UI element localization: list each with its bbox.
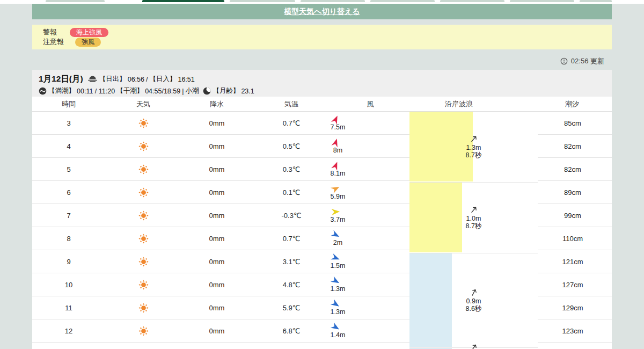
- precip-value: 0mm: [181, 319, 253, 342]
- weather-page: 横型天気へ切り替える 警報 海上強風 注意報 強風 02:56 更新 1月12日…: [0, 0, 644, 349]
- tab-clipped[interactable]: [580, 0, 612, 2]
- wind-speed-value: 3.7m: [331, 216, 346, 223]
- tide-value: 99cm: [538, 204, 608, 227]
- col-header-wind: 風: [367, 99, 374, 109]
- hour-value: 9: [32, 250, 105, 273]
- wind-cell: 5.9m: [301, 181, 370, 203]
- date-title: 1月12日(月): [39, 74, 83, 85]
- tab-clipped-active[interactable]: [142, 0, 224, 2]
- wave-info: [448, 343, 499, 349]
- precip-value: 0mm: [181, 250, 253, 273]
- weather-cell: [131, 204, 155, 227]
- sun-divider: /: [146, 76, 148, 83]
- sunset-icon: [87, 75, 98, 83]
- wave-direction-icon: [469, 134, 478, 143]
- sunny-icon: [138, 302, 149, 314]
- moon-icon: [203, 87, 211, 95]
- advisory-row: 注意報 強風: [43, 37, 612, 47]
- wind-direction-icon: [331, 207, 340, 216]
- tab-clipped[interactable]: [230, 0, 295, 2]
- wave-direction-icon: [468, 287, 479, 297]
- wind-cell: 1.3m: [301, 273, 370, 296]
- weather-cell: [131, 135, 155, 157]
- tab-clipped[interactable]: [46, 0, 105, 2]
- hour-value: 6: [32, 181, 105, 203]
- high-tide-times: 00:11 / 11:20: [77, 88, 115, 95]
- moon-age: 23.1: [241, 88, 254, 95]
- tide-value: 89cm: [538, 181, 608, 203]
- precip-value: 0mm: [181, 112, 253, 134]
- wave-cell: 1.3m8.7秒: [409, 112, 538, 183]
- switch-to-horizontal-link[interactable]: 横型天気へ切り替える: [284, 7, 360, 17]
- wave-period-value: 8.7秒: [466, 222, 482, 229]
- low-tide-times: 04:55/18:59: [145, 88, 180, 95]
- warning-label: 警報: [43, 27, 70, 37]
- tab-clipped[interactable]: [510, 0, 574, 2]
- weather-cell: [131, 112, 155, 134]
- wave-period-value: 8.6秒: [466, 304, 482, 312]
- tide-value: 82cm: [538, 158, 608, 180]
- wave-info: 0.9m8.6秒: [448, 288, 499, 312]
- sunny-icon: [138, 187, 149, 198]
- wave-height-value: 0.9m: [466, 297, 481, 304]
- advisory-badge[interactable]: 強風: [75, 38, 101, 47]
- precip-value: 0mm: [181, 181, 253, 203]
- tab-clipped[interactable]: [301, 0, 365, 2]
- wind-cell: 1.3m: [301, 296, 370, 319]
- wave-height-value: 1.3m: [466, 143, 481, 151]
- weather-cell: [131, 319, 155, 342]
- wave-height-value: 1.0m: [466, 214, 481, 222]
- wave-direction-icon: [469, 205, 478, 214]
- wind-speed-value: 1.4m: [331, 332, 346, 339]
- tab-clipped[interactable]: [440, 0, 504, 2]
- col-header-temp: 気温: [284, 99, 298, 109]
- clock-icon: [560, 57, 568, 65]
- wind-cell: 2m: [301, 227, 370, 250]
- date-header: 1月12日(月) 【日出】 06:56 / 【日入】 16:51 【満潮】 0: [32, 70, 612, 97]
- wind-speed-value: 1.3m: [331, 286, 346, 293]
- update-time: 02:56 更新: [560, 56, 604, 66]
- warning-row: 警報 海上強風: [43, 27, 612, 37]
- tide-phase-divider: |: [182, 88, 184, 95]
- precip-value: 0mm: [181, 273, 253, 296]
- precip-value: 0mm: [181, 135, 253, 157]
- sunny-icon: [138, 233, 149, 244]
- advisory-label: 注意報: [43, 37, 70, 47]
- wave-height-bar: [409, 253, 452, 347]
- tide-value: 129cm: [538, 296, 608, 319]
- hour-value: 10: [32, 273, 105, 296]
- sunny-icon: [138, 164, 149, 175]
- warning-badge[interactable]: 海上強風: [70, 28, 108, 37]
- tab-clipped[interactable]: [370, 0, 435, 2]
- hour-value: 11: [32, 296, 105, 319]
- precip-value: 0mm: [181, 158, 253, 180]
- wave-info: 1.0m8.7秒: [448, 205, 499, 229]
- tide-value: 121cm: [538, 250, 608, 273]
- col-header-tide: 潮汐: [565, 99, 579, 109]
- sunny-icon: [138, 279, 149, 290]
- col-header-waves: 沿岸波浪: [445, 99, 473, 109]
- sunny-icon: [138, 118, 149, 129]
- weather-cell: [131, 250, 155, 273]
- weather-cell: [131, 158, 155, 180]
- precip-value: 0mm: [181, 204, 253, 227]
- sunny-icon: [138, 210, 149, 221]
- hour-value: 3: [32, 112, 105, 134]
- wave-icon: [39, 87, 47, 95]
- wind-cell: 3.7m: [301, 204, 370, 227]
- wave-cell: 0.9m8.6秒: [409, 253, 538, 348]
- tide-value: 127cm: [538, 273, 608, 296]
- tide-phase: 小潮: [185, 86, 199, 96]
- wind-cell: 1.5m: [301, 250, 370, 273]
- moon-age-label: 【月齢】: [213, 86, 239, 96]
- col-header-precip: 降水: [210, 99, 224, 109]
- weather-cell: [131, 273, 155, 296]
- wave-cell: 1.0m8.7秒: [409, 183, 538, 253]
- sunny-icon: [138, 141, 149, 152]
- precip-value: 0mm: [181, 296, 253, 319]
- sunset-label: 【日入】: [149, 75, 176, 84]
- hour-value: 8: [32, 227, 105, 250]
- table-body: 3 0mm 0.7℃ 7.5m 85cm 4: [32, 112, 612, 349]
- high-tide-label: 【満潮】: [48, 86, 75, 96]
- col-header-time: 時間: [62, 99, 76, 109]
